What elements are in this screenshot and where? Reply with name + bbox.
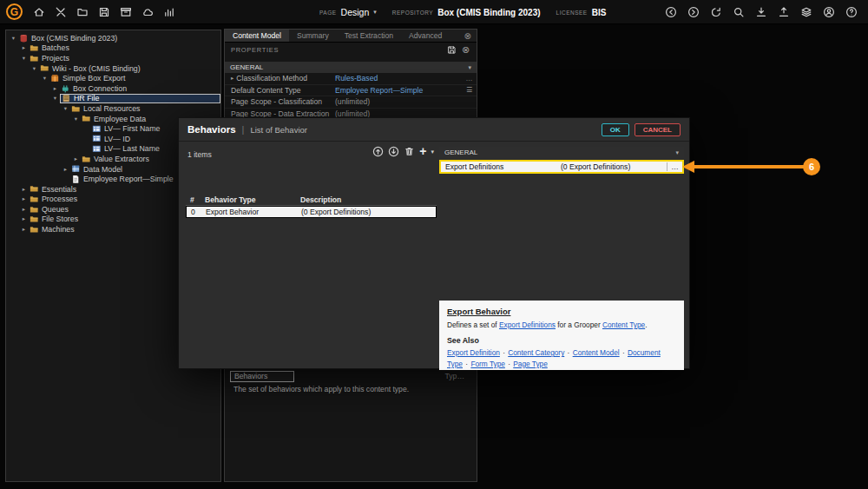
- properties-title: PROPERTIES: [231, 46, 279, 54]
- home-icon[interactable]: [31, 4, 47, 20]
- chevron-right-icon[interactable]: ▸: [231, 75, 233, 82]
- tools-icon[interactable]: [53, 4, 69, 20]
- help-link-content-type[interactable]: Content Type: [602, 320, 645, 329]
- chevron-down-icon[interactable]: ▾: [40, 75, 49, 82]
- behavior-table-rows: 0Export Behavior(0 Export Definitions): [186, 206, 437, 218]
- chevron-right-icon[interactable]: ▸: [19, 44, 29, 51]
- chevron-right-icon[interactable]: ▸: [19, 195, 29, 202]
- behavior-row[interactable]: 0Export Behavior(0 Export Definitions): [186, 206, 437, 218]
- behaviors-dialog: Behaviors | List of Behavior OK CANCEL 1…: [178, 117, 690, 369]
- chevron-down-icon[interactable]: ▾: [61, 105, 70, 112]
- modal-general-title: GENERAL: [444, 149, 477, 156]
- see-also-link-page-type[interactable]: Page Type: [513, 360, 548, 368]
- page-value[interactable]: Design: [341, 7, 370, 17]
- tree-item-label: LV— First Name: [104, 124, 160, 133]
- behaviors-property-label: Behaviors: [230, 371, 294, 382]
- property-row-page-scope-classification[interactable]: Page Scope - Classification(unlimited): [225, 96, 477, 109]
- delete-icon[interactable]: [404, 146, 415, 157]
- refresh-icon[interactable]: [708, 4, 724, 20]
- chevron-right-icon[interactable]: ▸: [19, 226, 29, 233]
- tree-item-label: Simple Box Export: [62, 74, 125, 83]
- tree-item-box-connection[interactable]: ▸Box Connection: [6, 83, 220, 94]
- help-link-export-definitions[interactable]: Export Definitions: [499, 320, 556, 329]
- ok-button[interactable]: OK: [602, 123, 629, 136]
- ellipsis-button[interactable]: …: [462, 75, 477, 83]
- tree-item-projects[interactable]: ▾Projects: [6, 53, 220, 63]
- chart-icon[interactable]: [161, 4, 177, 20]
- close-icon[interactable]: ⊗: [459, 30, 477, 42]
- tree-item-label: HR File: [74, 94, 99, 102]
- forward-icon[interactable]: [686, 4, 701, 20]
- add-dropdown-icon[interactable]: ▾: [431, 149, 434, 155]
- layers-icon[interactable]: [799, 4, 814, 20]
- grooper-logo[interactable]: G: [6, 3, 23, 20]
- tree-item-batches[interactable]: ▸Batches: [6, 43, 220, 54]
- plug-icon: [60, 83, 70, 93]
- field-icon: [91, 124, 102, 134]
- chevron-down-icon[interactable]: ▾: [373, 9, 377, 16]
- tab-summary[interactable]: Summary: [289, 30, 337, 42]
- chevron-down-icon[interactable]: ▾: [30, 65, 39, 72]
- back-icon[interactable]: [663, 4, 679, 20]
- move-up-icon[interactable]: [372, 146, 384, 157]
- general-section-title: GENERAL: [230, 63, 263, 71]
- grooper-logo-letter: G: [10, 6, 18, 18]
- chevron-right-icon[interactable]: ▸: [71, 155, 81, 162]
- property-row-default-content-type[interactable]: Default Content TypeEmployee Report—Simp…: [225, 85, 477, 97]
- tree-item-box-cmis-binding-2023[interactable]: ▾Box (CMIS Binding 2023): [6, 33, 220, 43]
- save-icon[interactable]: [96, 4, 112, 20]
- tab-advanced[interactable]: Advanced: [401, 30, 450, 42]
- user-icon[interactable]: [821, 4, 837, 20]
- chevron-down-icon[interactable]: ▾: [71, 116, 81, 122]
- export-definitions-row[interactable]: Export Definitions (0 Export Definitions…: [439, 160, 684, 174]
- move-down-icon[interactable]: [388, 146, 399, 157]
- tree-item-local-resources[interactable]: ▾Local Resources: [6, 103, 220, 114]
- help-icon[interactable]: [844, 4, 859, 20]
- chevron-right-icon[interactable]: ▸: [19, 186, 29, 193]
- cancel-button[interactable]: CANCEL: [635, 123, 681, 136]
- see-also-link-export-definition[interactable]: Export Definition: [447, 348, 500, 357]
- column-header-description: Description: [300, 195, 437, 204]
- chevron-down-icon[interactable]: ▾: [50, 95, 60, 102]
- tree-item-label: Data Model: [83, 165, 122, 174]
- chevron-right-icon[interactable]: ▸: [61, 166, 70, 173]
- repository-label: REPOSITORY: [392, 10, 433, 16]
- chevron-right-icon[interactable]: ▸: [19, 206, 29, 213]
- menu-icon[interactable]: ☰: [462, 86, 477, 94]
- chevron-right-icon[interactable]: ▸: [19, 215, 29, 222]
- chevron-right-icon[interactable]: ▸: [50, 85, 60, 92]
- tree-item-wiki-box-cmis-binding[interactable]: ▾Wiki - Box (CMIS Binding): [6, 63, 220, 74]
- ellipsis-button[interactable]: …: [667, 162, 682, 171]
- modal-general-header[interactable]: GENERAL ▾: [439, 147, 684, 158]
- box-icon[interactable]: [118, 4, 134, 20]
- tree-item-label: Projects: [42, 54, 69, 63]
- add-icon[interactable]: +: [419, 146, 426, 157]
- chevron-down-icon[interactable]: ▾: [9, 35, 18, 42]
- general-section-header[interactable]: GENERAL ▾: [225, 62, 477, 73]
- content-icon: [61, 94, 71, 103]
- see-also-link-content-model[interactable]: Content Model: [573, 348, 620, 357]
- cancel-icon[interactable]: ⊗: [462, 45, 470, 55]
- cloud-icon[interactable]: [140, 4, 155, 20]
- property-row-classification-method[interactable]: ▸Classification MethodRules-Based…: [225, 73, 477, 85]
- upload-icon[interactable]: [776, 4, 792, 20]
- search-icon[interactable]: [731, 4, 746, 20]
- field-icon: [91, 134, 102, 143]
- see-also-link-content-category[interactable]: Content Category: [508, 348, 564, 357]
- folder-icon: [29, 184, 39, 194]
- folder-icon[interactable]: [75, 4, 90, 20]
- list-toolbar: + ▾: [372, 146, 434, 157]
- tree-item-hr-file[interactable]: ▾HR File: [6, 94, 220, 104]
- download-icon[interactable]: [753, 4, 769, 20]
- see-also-link-form-type[interactable]: Form Type: [470, 360, 505, 368]
- tab-test-extraction[interactable]: Test Extraction: [337, 30, 401, 42]
- chevron-down-icon[interactable]: ▾: [19, 55, 29, 62]
- database-icon: [18, 33, 29, 43]
- save-icon[interactable]: [446, 44, 457, 56]
- behaviors-property-row[interactable]: Behaviors Typ…: [225, 370, 477, 382]
- folder-icon: [39, 63, 49, 73]
- link-separator: ·: [621, 348, 627, 357]
- tree-item-label: LV— Last Name: [104, 144, 160, 153]
- tree-item-simple-box-export[interactable]: ▾Simple Box Export: [6, 73, 220, 83]
- tab-content-model[interactable]: Content Model: [225, 30, 289, 42]
